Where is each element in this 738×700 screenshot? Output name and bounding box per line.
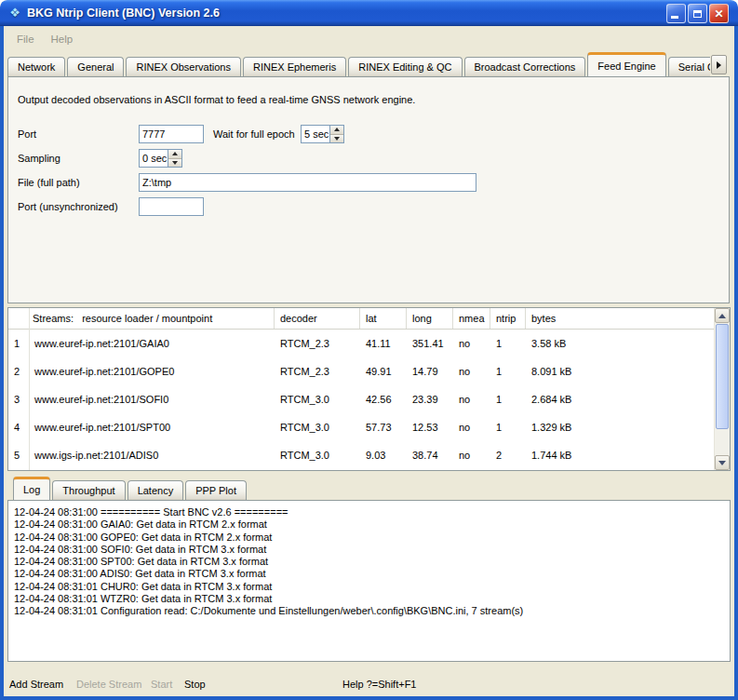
spin-down-icon — [334, 137, 340, 141]
tab-log[interactable]: Log — [13, 477, 50, 500]
app-window: ❖ BKG Ntrip Client (BNC) Version 2.6 ✕ F… — [0, 0, 738, 700]
cell-bytes: 8.091 kB — [526, 357, 714, 385]
cell-long: 14.79 — [407, 357, 453, 385]
cell-lat: 49.91 — [360, 357, 407, 385]
tab-serial-output[interactable]: Serial Output — [668, 57, 710, 76]
main-tab-bar: Network General RINEX Observations RINEX… — [7, 52, 710, 76]
cell-ntrip: 1 — [490, 413, 526, 441]
minimize-icon — [671, 16, 678, 19]
cell-long: 12.53 — [407, 413, 453, 441]
tab-broadcast-corrections[interactable]: Broadcast Corrections — [464, 57, 586, 76]
cell-bytes: 1.329 kB — [526, 413, 714, 441]
cell-lat: 41.11 — [360, 330, 407, 357]
tab-rinex-ephemeris[interactable]: RINEX Ephemeris — [243, 57, 346, 76]
cell-long: 38.74 — [407, 441, 453, 469]
wait-epoch-value: 5 sec — [302, 126, 329, 142]
start-button[interactable]: Start — [151, 679, 172, 690]
table-scrollbar[interactable] — [714, 308, 730, 470]
delete-stream-button[interactable]: Delete Stream — [76, 679, 141, 690]
scroll-up-button[interactable] — [715, 308, 730, 323]
header-lat: lat — [360, 308, 407, 329]
streams-table: Streams: resource loader / mountpoint de… — [7, 307, 731, 471]
app-icon: ❖ — [7, 6, 23, 20]
row-number: 1 — [8, 330, 29, 357]
cell-mountpoint: www.igs-ip.net:2101/ADIS0 — [29, 441, 275, 469]
port-label: Port — [18, 128, 36, 140]
tab-rinex-observations[interactable]: RINEX Observations — [126, 57, 240, 76]
feed-engine-panel: Output decoded observations in ASCII for… — [7, 76, 730, 303]
spin-down-button[interactable] — [168, 158, 181, 168]
scroll-down-button[interactable] — [715, 455, 730, 470]
log-panel[interactable]: 12-04-24 08:31:00 ========== Start BNC v… — [7, 500, 731, 662]
table-row[interactable]: 3 www.euref-ip.net:2101/SOFI0 RTCM_3.0 4… — [8, 385, 714, 413]
file-path-input[interactable] — [139, 173, 476, 192]
cell-nmea: no — [453, 441, 490, 469]
cell-decoder: RTCM_3.0 — [275, 441, 360, 469]
window-border-bottom — [0, 696, 738, 700]
sampling-label: Sampling — [18, 153, 60, 164]
tab-throughput[interactable]: Throughput — [52, 480, 125, 500]
scrollbar-thumb[interactable] — [716, 324, 729, 429]
stop-button[interactable]: Stop — [184, 679, 206, 690]
table-row[interactable]: 1 www.euref-ip.net:2101/GAIA0 RTCM_2.3 4… — [8, 330, 714, 357]
port-input[interactable] — [139, 125, 204, 143]
window-border-right — [734, 26, 738, 700]
tab-feed-engine[interactable]: Feed Engine — [587, 52, 665, 76]
sampling-value: 0 sec — [140, 150, 168, 167]
cell-lat: 57.73 — [360, 413, 407, 441]
log-line: 12-04-24 08:31:00 ADIS0: Get data in RTC… — [14, 568, 724, 580]
tab-network[interactable]: Network — [7, 57, 65, 76]
scrollbar-track[interactable] — [715, 430, 730, 455]
header-long: long — [407, 308, 453, 329]
cell-bytes: 2.684 kB — [526, 385, 714, 413]
tab-general[interactable]: General — [67, 57, 124, 76]
table-row[interactable]: 5 www.igs-ip.net:2101/ADIS0 RTCM_3.0 9.0… — [8, 441, 714, 469]
row-number: 3 — [8, 385, 29, 413]
log-line: 12-04-24 08:31:01 CHUR0: Get data in RTC… — [14, 581, 724, 593]
tab-latency[interactable]: Latency — [127, 480, 184, 500]
log-line: 12-04-24 08:31:00 ========== Start BNC v… — [14, 506, 724, 518]
scroll-down-icon — [718, 461, 726, 465]
table-row[interactable]: 2 www.euref-ip.net:2101/GOPE0 RTCM_2.3 4… — [8, 357, 714, 385]
cell-mountpoint: www.euref-ip.net:2101/SOFI0 — [29, 385, 275, 413]
window-title: BKG Ntrip Client (BNC) Version 2.6 — [27, 7, 220, 20]
header-decoder: decoder — [275, 308, 360, 329]
cell-long: 23.39 — [407, 385, 453, 413]
wait-epoch-spinbox[interactable]: 5 sec — [301, 125, 344, 143]
menu-help[interactable]: Help — [43, 31, 82, 47]
tab-scroll-right-button[interactable] — [711, 55, 727, 74]
maximize-button[interactable] — [688, 4, 707, 23]
menu-file[interactable]: File — [8, 31, 43, 47]
header-nmea: nmea — [453, 308, 490, 329]
add-stream-button[interactable]: Add Stream — [9, 679, 63, 690]
table-row[interactable]: 4 www.euref-ip.net:2101/SPT00 RTCM_3.0 5… — [8, 413, 714, 441]
cell-bytes: 3.58 kB — [526, 330, 714, 357]
header-ntrip: ntrip — [490, 308, 526, 329]
cell-nmea: no — [453, 413, 490, 441]
cell-ntrip: 1 — [490, 385, 526, 413]
cell-ntrip: 1 — [490, 330, 526, 357]
spin-up-button[interactable] — [330, 126, 343, 134]
minimize-button[interactable] — [666, 4, 686, 23]
cell-mountpoint: www.euref-ip.net:2101/GAIA0 — [29, 330, 275, 357]
sampling-spinbox[interactable]: 0 sec — [139, 149, 182, 168]
spin-up-button[interactable] — [168, 150, 181, 158]
maximize-icon — [693, 10, 702, 18]
row-number: 2 — [8, 357, 29, 385]
close-button[interactable]: ✕ — [709, 4, 729, 23]
wait-epoch-label: Wait for full epoch — [213, 128, 295, 140]
row-number: 4 — [8, 413, 29, 441]
tab-ppp-plot[interactable]: PPP Plot — [185, 480, 247, 500]
spin-up-icon — [334, 128, 340, 131]
cell-mountpoint: www.euref-ip.net:2101/SPT00 — [29, 413, 275, 441]
log-line: 12-04-24 08:31:00 GAIA0: Get data in RTC… — [14, 518, 724, 531]
help-shortcut-label: Help ?=Shift+F1 — [342, 679, 417, 690]
streams-table-body: Streams: resource loader / mountpoint de… — [8, 308, 714, 470]
cell-decoder: RTCM_3.0 — [275, 413, 360, 441]
tab-rinex-editing-qc[interactable]: RINEX Editing & QC — [348, 57, 462, 76]
cell-long: 351.41 — [407, 330, 453, 357]
port-unsync-input[interactable] — [139, 197, 204, 216]
cell-decoder: RTCM_2.3 — [275, 330, 360, 357]
log-line: 12-04-24 08:31:01 Configuration read: C:… — [14, 605, 724, 617]
spin-down-button[interactable] — [330, 134, 343, 143]
